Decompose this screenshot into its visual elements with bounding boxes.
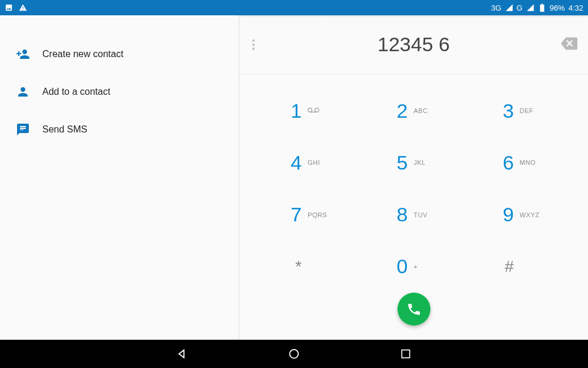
key-hash[interactable]: # (467, 241, 573, 293)
person-add-icon (13, 47, 33, 61)
person-icon (13, 85, 33, 99)
key-4-letters: GHI (308, 159, 328, 166)
sms-icon (13, 122, 33, 137)
battery-percent: 96% (550, 4, 565, 12)
send-sms-label: Send SMS (42, 124, 87, 135)
key-1-digit: 1 (288, 100, 302, 122)
key-7-digit: 7 (288, 203, 302, 226)
key-8-digit: 8 (393, 203, 407, 226)
nav-home-button[interactable] (282, 342, 306, 366)
key-1[interactable]: 1 (255, 85, 360, 137)
key-6[interactable]: 6 MNO (467, 137, 573, 188)
dialed-number: 12345 6 (377, 33, 450, 56)
add-to-contact-label: Add to a contact (42, 87, 111, 97)
nav-back-button[interactable] (171, 342, 194, 366)
battery-icon (538, 4, 546, 12)
nav-recents-button[interactable] (394, 342, 417, 366)
key-star-digit: * (288, 257, 302, 276)
key-2-letters: ABC (413, 107, 433, 114)
key-5-letters: JKL (413, 159, 433, 166)
key-5-digit: 5 (393, 151, 407, 174)
overflow-menu-button[interactable] (252, 38, 255, 52)
key-2[interactable]: 2 ABC (360, 85, 466, 137)
signal-1-icon (505, 4, 513, 12)
dialer-panel: 12345 6 1 2 ABC 3 DEF 4 GHI (239, 15, 588, 340)
call-button[interactable] (397, 293, 430, 326)
voicemail-icon (308, 107, 328, 114)
key-6-digit: 6 (500, 151, 514, 174)
clock: 4:32 (569, 4, 583, 12)
keypad: 1 2 ABC 3 DEF 4 GHI 5 JKL 6 (239, 74, 588, 293)
svg-point-1 (315, 108, 319, 112)
call-row (239, 293, 588, 340)
key-0[interactable]: 0 + (360, 241, 466, 293)
svg-point-3 (290, 350, 299, 359)
svg-point-0 (308, 108, 312, 112)
signal-2-icon (526, 4, 534, 12)
status-bar: 3G G 96% 4:32 (0, 0, 588, 15)
backspace-button[interactable] (561, 37, 577, 52)
send-sms[interactable]: Send SMS (0, 111, 239, 148)
key-6-letters: MNO (520, 159, 540, 166)
key-7-letters: PQRS (308, 211, 328, 218)
key-3-letters: DEF (520, 107, 540, 114)
gallery-icon (5, 4, 13, 12)
key-5[interactable]: 5 JKL (360, 137, 466, 188)
create-new-contact-label: Create new contact (42, 49, 123, 59)
key-0-digit: 0 (393, 255, 407, 278)
app-content: Create new contact Add to a contact Send… (0, 15, 588, 340)
key-8[interactable]: 8 TUV (360, 189, 466, 241)
key-4-digit: 4 (288, 151, 302, 174)
key-3-digit: 3 (500, 100, 514, 122)
key-4[interactable]: 4 GHI (255, 137, 360, 188)
key-2-digit: 2 (393, 100, 407, 122)
signal-1-label: 3G (491, 4, 501, 12)
navigation-bar (0, 340, 588, 368)
dial-display: 12345 6 (239, 15, 588, 74)
key-star[interactable]: * (255, 241, 360, 293)
key-9-digit: 9 (500, 203, 514, 226)
key-hash-digit: # (500, 257, 514, 276)
key-8-letters: TUV (413, 211, 433, 218)
key-9[interactable]: 9 WXYZ (467, 189, 573, 241)
actions-panel: Create new contact Add to a contact Send… (0, 15, 239, 340)
key-0-letters: + (413, 263, 433, 270)
key-3[interactable]: 3 DEF (467, 85, 573, 137)
key-7[interactable]: 7 PQRS (255, 189, 360, 241)
signal-2-label: G (517, 4, 523, 12)
svg-rect-4 (402, 350, 409, 357)
key-9-letters: WXYZ (520, 211, 540, 218)
warning-icon (19, 4, 27, 12)
add-to-contact[interactable]: Add to a contact (0, 73, 239, 111)
create-new-contact[interactable]: Create new contact (0, 35, 239, 73)
